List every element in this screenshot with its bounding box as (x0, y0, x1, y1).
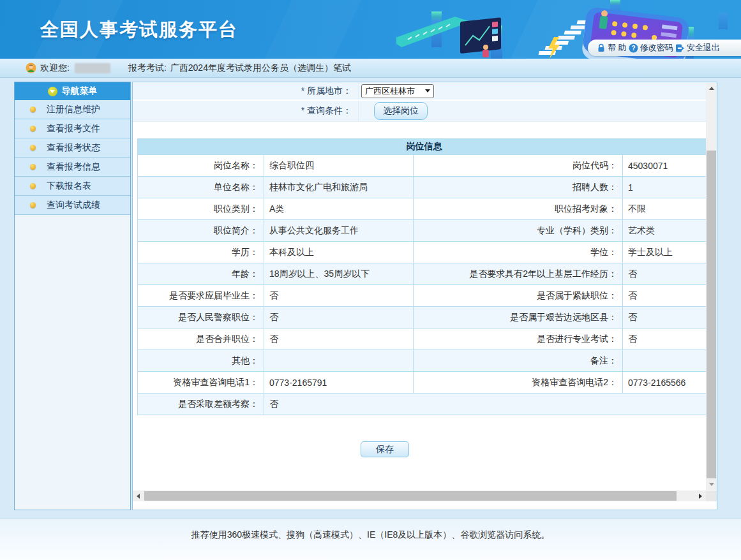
lock-icon (597, 43, 606, 52)
scroll-right-arrow-icon[interactable] (695, 490, 706, 501)
field-label: 是否进行专业考试： (414, 328, 623, 350)
sidebar-item-download-form[interactable]: 下载报名表 (15, 177, 130, 196)
field-value: 艺术类 (623, 220, 711, 242)
table-row: 资格审查咨询电话1： 0773-2165791 资格审查咨询电话2： 0773-… (138, 372, 711, 394)
horizontal-scrollbar[interactable] (133, 490, 706, 501)
scrollbar-corner (706, 490, 717, 501)
footer: 推荐使用360极速模式、搜狗（高速模式）、IE（IE8及以上版本）、谷歌浏览器访… (0, 518, 741, 560)
field-value: 综合职位四 (264, 155, 414, 177)
field-value: 0773-2165791 (264, 372, 414, 394)
sidebar-item-exam-results[interactable]: 查询考试成绩 (15, 196, 130, 215)
field-value: 否 (623, 307, 711, 328)
field-value: 1 (623, 177, 711, 198)
scroll-left-arrow-icon[interactable] (133, 490, 144, 501)
bullet-icon (30, 107, 36, 112)
field-value: A类 (264, 198, 414, 220)
chevron-down-icon (48, 87, 57, 96)
field-value: 否 (623, 285, 711, 307)
query-label: * 查询条件： (133, 101, 359, 121)
field-label: 是否合并职位： (138, 328, 264, 350)
bullet-icon (30, 202, 36, 208)
sidebar-item-application-info[interactable]: 查看报考信息 (15, 158, 130, 177)
field-value: 否 (264, 328, 414, 350)
select-position-button[interactable]: 选择岗位 (374, 102, 428, 120)
table-row: 职位简介： 从事公共文化服务工作 专业（学科）类别： 艺术类 (138, 220, 711, 242)
field-label: 职位类别： (138, 198, 264, 220)
table-row: 年龄： 18周岁以上、35周岁以下 是否要求具有2年以上基层工作经历： 否 (138, 263, 711, 285)
exit-icon (675, 43, 685, 53)
city-select[interactable]: 广西区桂林市 (361, 84, 434, 98)
app-window: 全国人事考试服务平台 帮 助 ? 修改密码 (0, 0, 741, 560)
query-form-row: * 查询条件： 选择岗位 (133, 101, 717, 122)
field-value: 从事公共文化服务工作 (264, 220, 414, 242)
greeting-label: 欢迎您: (40, 63, 70, 74)
field-value: 45030071 (623, 155, 711, 177)
browser-recommendation-text: 推荐使用360极速模式、搜狗（高速模式）、IE（IE8及以上版本）、谷歌浏览器访… (191, 529, 550, 540)
job-info-table: 岗位信息 岗位名称： 综合职位四 岗位代码： 45030071 单位名称： 桂林… (137, 138, 711, 415)
field-label: 是否属于艰苦边远地区县： (414, 307, 623, 328)
city-label: * 所属地市： (133, 82, 359, 99)
scroll-up-arrow-icon[interactable] (706, 83, 717, 94)
table-row: 其他： 备注： (138, 350, 711, 372)
table-row: 是否要求应届毕业生： 否 是否属于紧缺职位： 否 (138, 285, 711, 307)
field-label: 是否要求具有2年以上基层工作经历： (414, 263, 623, 285)
field-value: 否 (623, 263, 711, 285)
field-value: 否 (264, 285, 414, 307)
field-value: 18周岁以上、35周岁以下 (264, 263, 414, 285)
vertical-scroll-thumb[interactable] (707, 151, 716, 478)
sidebar-item-exam-documents[interactable]: 查看报考文件 (15, 119, 130, 138)
field-label: 招聘人数： (414, 177, 623, 198)
field-label: 资格审查咨询电话2： (414, 372, 623, 394)
field-label: 是否要求应届毕业生： (138, 285, 264, 307)
field-label: 资格审查咨询电话1： (138, 372, 264, 394)
horizontal-scroll-thumb[interactable] (144, 491, 677, 501)
user-avatar-icon (26, 63, 36, 73)
field-value: 0773-2165566 (623, 372, 711, 394)
field-label: 职位简介： (138, 220, 264, 242)
field-label: 学位： (414, 242, 623, 263)
field-label: 学历： (138, 242, 264, 263)
bullet-icon (30, 164, 36, 170)
sidebar-nav-header[interactable]: 导航菜单 (15, 82, 130, 100)
field-label: 岗位代码： (414, 155, 623, 177)
sidebar: 导航菜单 注册信息维护 查看报考文件 查看报考状态 查看报考信息 下载报名表 查… (14, 82, 131, 510)
field-value (264, 350, 414, 372)
sidebar-item-register-info[interactable]: 注册信息维护 (15, 100, 130, 119)
table-row: 单位名称： 桂林市文化广电和旅游局 招聘人数： 1 (138, 177, 711, 198)
field-value (623, 350, 711, 372)
job-table-title: 岗位信息 (138, 139, 711, 155)
change-password-link[interactable]: ? 修改密码 (629, 42, 673, 54)
field-label: 年龄： (138, 263, 264, 285)
field-label: 其他： (138, 350, 264, 372)
help-link[interactable]: 帮 助 (597, 42, 627, 54)
field-value: 否 (264, 307, 414, 328)
table-row: 职位类别： A类 职位招考对象： 不限 (138, 198, 711, 220)
bullet-icon (30, 183, 36, 189)
page-title: 全国人事考试服务平台 (40, 17, 238, 43)
utility-bar: 帮 助 ? 修改密码 安全退出 (588, 40, 741, 56)
field-label: 单位名称： (138, 177, 264, 198)
bullet-icon (30, 145, 36, 151)
city-form-row: * 所属地市： 广西区桂林市 (133, 82, 717, 101)
table-row: 是否合并职位： 否 是否进行专业考试： 否 (138, 328, 711, 350)
sidebar-item-application-status[interactable]: 查看报考状态 (15, 138, 130, 158)
question-circle-icon: ? (629, 43, 638, 53)
exam-name: 广西2024年度考试录用公务员（选调生）笔试 (170, 63, 351, 74)
field-label: 职位招考对象： (414, 198, 623, 220)
header: 全国人事考试服务平台 帮 助 ? 修改密码 (0, 0, 741, 59)
main-content-panel: * 所属地市： 广西区桂林市 * 查询条件： 选择岗位 岗位信息 岗位名称： (132, 82, 717, 510)
table-row: 学历： 本科及以上 学位： 学士及以上 (138, 242, 711, 263)
welcome-bar: 欢迎您: 报考考试: 广西2024年度考试录用公务员（选调生）笔试 (0, 59, 741, 78)
logout-link[interactable]: 安全退出 (675, 42, 720, 54)
field-value: 否 (623, 328, 711, 350)
field-label: 是否人民警察职位： (138, 307, 264, 328)
svg-text:?: ? (631, 45, 635, 52)
field-value: 否 (264, 394, 711, 415)
field-label: 是否属于紧缺职位： (414, 285, 623, 307)
table-row: 是否人民警察职位： 否 是否属于艰苦边远地区县： 否 (138, 307, 711, 328)
dropdown-arrow-icon (425, 89, 430, 92)
scroll-down-arrow-icon[interactable] (706, 479, 717, 490)
username-redacted (75, 63, 110, 73)
save-button[interactable]: 保存 (361, 441, 409, 457)
vertical-scrollbar[interactable] (706, 83, 717, 490)
